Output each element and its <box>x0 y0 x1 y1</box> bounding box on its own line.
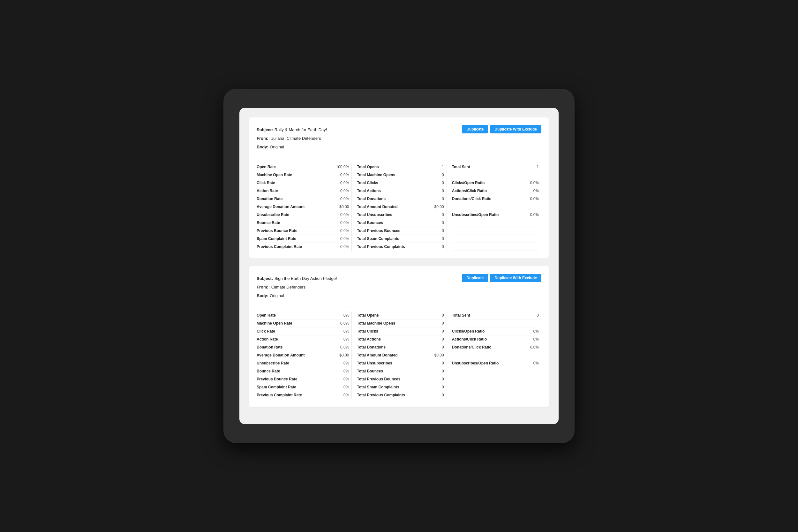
stat-label: Total Opens <box>357 313 379 318</box>
stat-label: Actions/Click Ratio <box>452 337 487 341</box>
stats-col-2: Total Opens 1 Total Machine Opens 0 Tota… <box>352 163 446 251</box>
device-frame: Subject: Rally & March for Earth Day! Fr… <box>224 89 574 443</box>
stats-row: Actions/Click Ratio 0% <box>452 336 539 343</box>
stat-value: 0 <box>442 228 444 233</box>
stat-label: Total Bounces <box>357 221 383 225</box>
subject-line: Subject: Rally & March for Earth Day! <box>256 125 327 134</box>
stat-label: Open Rate <box>256 165 276 169</box>
stats-row: Spam Complaint Rate 0.0% <box>256 235 349 243</box>
stat-value: 0% <box>343 369 349 374</box>
stat-label: Total Previous Complaints <box>357 245 405 249</box>
stat-value: 0.0% <box>340 180 349 185</box>
stat-value: 0.0% <box>340 189 349 193</box>
stat-label: Previous Bounce Rate <box>256 377 297 381</box>
stats-row: Actions/Click Ratio 0% <box>452 187 539 195</box>
stats-row <box>452 203 539 211</box>
stat-label: Total Previous Bounces <box>357 377 400 381</box>
stats-row: Action Rate 0% <box>256 336 349 343</box>
stats-row: Unsubscribes/Open Ratio 0% <box>452 359 539 367</box>
stat-label: Action Rate <box>256 189 278 193</box>
stat-value: 0% <box>533 337 539 341</box>
stats-col-2: Total Opens 0 Total Machine Opens 0 Tota… <box>352 311 446 399</box>
from-label: From:: <box>256 136 270 141</box>
stats-row: Total Machine Opens 0 <box>357 320 444 327</box>
stat-label: Total Bounces <box>357 369 383 374</box>
stat-label: Unsubscribes/Open Ratio <box>452 361 499 365</box>
stat-value: 0 <box>442 393 444 397</box>
stat-value: $0.00 <box>339 205 349 209</box>
stat-value: 0 <box>442 321 444 325</box>
stats-row <box>452 219 539 227</box>
stats-col-1: Open Rate 100.0% Machine Open Rate 0.0% … <box>256 163 352 251</box>
stat-label: Total Actions <box>357 337 381 341</box>
stat-label: Unsubscribe Rate <box>256 212 289 217</box>
stats-row: Total Clicks 0 <box>357 327 444 336</box>
from-value: Climate Defenders <box>271 285 306 289</box>
stats-row: Click Rate 0% <box>256 327 349 336</box>
stats-row: Donation Rate 0.0% <box>256 343 349 352</box>
subject-line: Subject: Sign the Earth Day Action Pledg… <box>256 274 337 282</box>
stat-value: 0.0% <box>340 196 349 201</box>
body-value: Original <box>270 145 284 149</box>
campaign-card-2: Subject: Sign the Earth Day Action Pledg… <box>249 266 549 407</box>
stat-label: Total Amount Donated <box>357 205 397 209</box>
body-value: Original <box>270 293 284 298</box>
stats-row: Spam Complaint Rate 0% <box>256 383 349 391</box>
stat-value: 0 <box>442 245 444 249</box>
stats-row: Total Donations 0 <box>357 343 444 352</box>
duplicate-button[interactable]: Duplicate <box>462 274 488 282</box>
stat-label: Unsubscribe Rate <box>256 361 289 365</box>
stat-value: 0% <box>343 393 349 397</box>
stat-label: Machine Open Rate <box>256 321 292 325</box>
subject-label: Subject: <box>256 276 273 281</box>
stat-value: 0% <box>343 337 349 341</box>
stat-value: 0% <box>343 329 349 334</box>
duplicate-with-exclude-button[interactable]: Duplicate With Exclude <box>490 274 542 282</box>
stat-label: Total Unsubscribes <box>357 212 392 217</box>
duplicate-button[interactable]: Duplicate <box>462 125 488 133</box>
stats-row <box>452 367 539 375</box>
stats-row <box>452 383 539 391</box>
stats-row: Total Sent 1 <box>452 163 539 171</box>
stat-label: Total Clicks <box>357 329 378 334</box>
stats-row: Previous Complaint Rate 0% <box>256 391 349 399</box>
stats-row: Open Rate 0% <box>256 311 349 320</box>
stat-label: Previous Complaint Rate <box>256 245 302 249</box>
stat-label: Total Clicks <box>357 180 378 185</box>
stat-label: Actions/Click Ratio <box>452 189 487 193</box>
stat-value: 0 <box>536 313 539 318</box>
stat-value: 0% <box>343 313 349 318</box>
stats-row: Donations/Click Ratio 0.0% <box>452 195 539 203</box>
stat-label: Average Donation Amount <box>256 353 305 357</box>
stat-value: 0.0% <box>340 321 349 325</box>
stats-row: Total Actions 0 <box>357 336 444 343</box>
stat-label: Total Previous Bounces <box>357 228 400 233</box>
body-label: Body: <box>256 293 268 298</box>
duplicate-with-exclude-button[interactable]: Duplicate With Exclude <box>490 125 542 133</box>
stat-label: Donations/Click Ratio <box>452 345 492 349</box>
subject-label: Subject: <box>256 127 273 132</box>
stat-value: 0.0% <box>340 245 349 249</box>
stat-label: Total Amount Donated <box>357 353 397 357</box>
stat-label: Machine Open Rate <box>256 173 292 177</box>
stat-label: Donation Rate <box>256 345 283 349</box>
stat-value: 0.0% <box>340 212 349 217</box>
stat-value: 0 <box>442 221 444 225</box>
stats-row: Unsubscribe Rate 0% <box>256 359 349 367</box>
stat-label: Average Donation Amount <box>256 205 305 209</box>
stat-label: Donation Rate <box>256 196 283 201</box>
stat-value: 0 <box>442 212 444 217</box>
stat-label: Total Actions <box>357 189 381 193</box>
stat-value: 0 <box>442 329 444 334</box>
stat-label: Total Machine Opens <box>357 321 395 325</box>
stats-row: Previous Complaint Rate 0.0% <box>256 243 349 250</box>
stats-row: Total Donations 0 <box>357 195 444 203</box>
stat-label: Total Unsubscribes <box>357 361 392 365</box>
stat-value: 0 <box>442 180 444 185</box>
button-group: DuplicateDuplicate With Exclude <box>462 125 542 133</box>
button-group: DuplicateDuplicate With Exclude <box>462 274 542 282</box>
stat-value: 0.0% <box>530 212 539 217</box>
stat-label: Spam Complaint Rate <box>256 385 296 390</box>
stat-label: Click Rate <box>256 329 275 334</box>
stats-grid: Open Rate 0% Machine Open Rate 0.0% Clic… <box>256 306 542 399</box>
